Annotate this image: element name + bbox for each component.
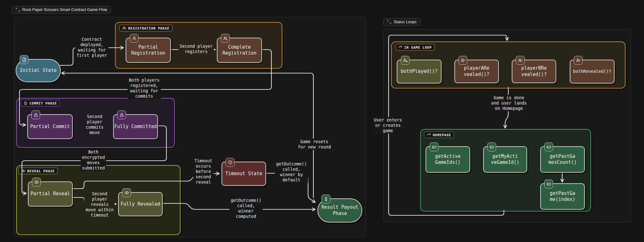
group-label-text: HOMEPAGE: [433, 133, 451, 137]
eye-icon: [32, 178, 41, 186]
gamepad-icon: [487, 143, 496, 151]
node-both-revealed[interactable]: bothRevealed()?: [570, 60, 615, 83]
node-complete-registration[interactable]: Complete Registration: [217, 38, 262, 63]
edge-label-user-enters[interactable]: User enters or creates game: [373, 117, 403, 134]
group-label-text: IN GAME LOOP: [404, 46, 432, 49]
lock-icon: [31, 110, 40, 119]
edge-label-getoutcome-winner-computed[interactable]: getOutcome() called, winner computed: [229, 197, 263, 219]
node-label-get-my-active-game-id: getMyActi veGameId(): [491, 153, 519, 166]
group-label-text: REVEAL PHASE: [27, 169, 55, 173]
edge-label-timeout-occurs[interactable]: Timeout occurs before second reveal: [193, 158, 214, 185]
node-label-partial-commit: Partial Commit: [30, 124, 70, 130]
group-label-commit-phase[interactable]: COMMIT PHASE: [21, 100, 60, 106]
node-fully-committed[interactable]: Fully Committed: [113, 114, 158, 139]
edge-label-second-player-registers[interactable]: Second player registers: [178, 43, 214, 55]
user-icon: [130, 34, 139, 43]
frame-title-status-loops[interactable]: Status Loops: [383, 18, 420, 26]
lock-icon: [24, 101, 28, 105]
group-label-text: REGISTRATION PHASE: [128, 26, 170, 30]
edge-label-both-players-registered[interactable]: Both players registered, waiting for com…: [128, 77, 161, 99]
node-result-payout-phase[interactable]: Result Payout Phase: [317, 198, 362, 223]
frame-title-game-flow[interactable]: Rock Paper Scissors Smart Contract Game …: [12, 6, 111, 13]
node-label-partial-registration: Partial Registration: [131, 44, 165, 56]
edge-label-game-resets[interactable]: Game resets for new round: [296, 139, 332, 150]
group-label-reveal-phase[interactable]: REVEAL PHASE: [18, 168, 58, 174]
node-label-get-active-game-ids: getActive GameIds(): [435, 153, 460, 166]
clock-icon: [226, 158, 234, 167]
frame-icon: [16, 8, 20, 12]
node-get-my-active-game-id[interactable]: getMyActi veGameId(): [483, 146, 527, 173]
user-check-icon: [574, 56, 583, 65]
node-label-partial-reveal: Partial Reveal: [30, 191, 70, 197]
node-label-initial-state: Initial State: [20, 67, 56, 74]
frame-title-text: Status Loops: [394, 20, 416, 24]
user-check-icon: [458, 56, 467, 65]
node-initial-state[interactable]: Initial State: [16, 59, 61, 82]
node-partial-commit[interactable]: Partial Commit: [27, 114, 73, 139]
node-label-fully-committed: Fully Committed: [114, 124, 157, 130]
users-icon: [221, 34, 230, 43]
edge-label-second-player-reveals[interactable]: Second player reveals move within timeou…: [84, 191, 115, 218]
node-fully-revealed[interactable]: Fully Revealed: [118, 192, 163, 216]
node-label-complete-registration: Complete Registration: [223, 44, 256, 56]
node-partial-registration[interactable]: Partial Registration: [126, 38, 171, 63]
lock-icon: [117, 110, 126, 119]
node-label-player-a-revealed: playerARe vealed()?: [464, 65, 489, 78]
node-label-get-past-game: getPastGa me(index): [550, 191, 575, 203]
node-label-result-payout-phase: Result Payout Phase: [322, 204, 358, 217]
repeat-icon: [398, 45, 402, 49]
user-plus-icon: [122, 26, 126, 30]
gamepad-icon: [544, 180, 553, 188]
edge-label-game-is-done[interactable]: Game is done and user lands on Homepage: [490, 95, 528, 111]
edge-label-getoutcome-winner-default[interactable]: getOutcome() called, winner by default: [275, 161, 308, 183]
group-label-homepage[interactable]: HOMEPAGE: [424, 132, 454, 138]
user-pen-icon: [401, 56, 410, 65]
node-label-both-played: bothPlayed()?: [401, 68, 437, 75]
edge-label-both-encrypted-moves[interactable]: Both encrypted moves submitted: [81, 149, 106, 171]
eye-icon: [122, 188, 131, 197]
file-text-icon: [20, 55, 29, 64]
group-label-text: COMMIT PHASE: [29, 101, 57, 105]
node-label-player-b-revealed: playerBRe vealed()?: [521, 65, 547, 78]
node-label-get-past-games-count: getPastGa mesCount(): [548, 153, 577, 166]
node-player-a-revealed[interactable]: playerARe vealed()?: [454, 60, 499, 83]
node-timeout-state[interactable]: Timeout State: [222, 162, 266, 186]
node-label-both-revealed: bothRevealed()?: [573, 69, 611, 74]
node-player-b-revealed[interactable]: playerBRe vealed()?: [512, 60, 556, 83]
group-label-in-game-loop[interactable]: IN GAME LOOP: [395, 44, 435, 51]
user-check-icon: [516, 56, 525, 65]
gamepad-icon: [544, 143, 553, 151]
frame-title-text: Rock Paper Scissors Smart Contract Game …: [22, 8, 107, 12]
node-partial-reveal[interactable]: Partial Reveal: [28, 181, 73, 207]
node-label-timeout-state: Timeout State: [225, 171, 262, 177]
edge-label-second-player-commits[interactable]: Second player commits move: [85, 114, 105, 136]
node-get-past-game[interactable]: getPastGa me(index): [540, 183, 585, 210]
node-both-played[interactable]: bothPlayed()?: [397, 60, 442, 83]
gamepad-icon: [430, 143, 438, 151]
node-get-active-game-ids[interactable]: getActive GameIds(): [426, 146, 470, 173]
edge-label-contract-deployed[interactable]: Contract deployed, waiting for first pla…: [75, 36, 108, 58]
frame-icon: [387, 20, 391, 24]
node-label-fully-revealed: Fully Revealed: [121, 201, 160, 207]
group-label-registration-phase[interactable]: REGISTRATION PHASE: [119, 25, 172, 31]
node-get-past-games-count[interactable]: getPastGa mesCount(): [540, 146, 585, 173]
dollar-icon: [322, 195, 330, 203]
diagram-canvas: REGISTRATION PHASECOMMIT PHASEREVEAL PHA…: [0, 0, 644, 242]
repeat-icon: [427, 133, 431, 137]
